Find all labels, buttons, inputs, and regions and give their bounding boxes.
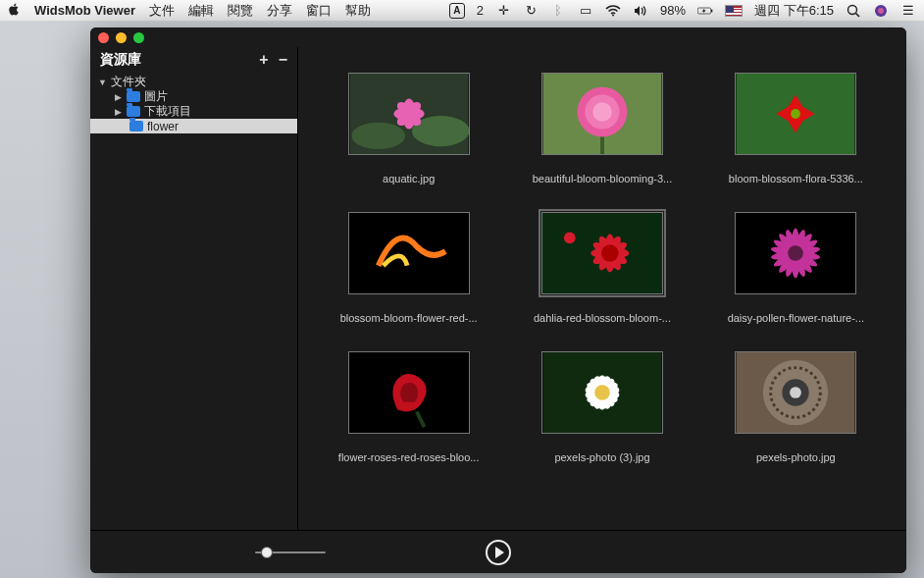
thumbnail[interactable]: [348, 212, 470, 294]
zoom-slider-knob[interactable]: [261, 547, 273, 558]
thumbnail-caption: bloom-blossom-flora-5336...: [729, 173, 863, 184]
window-zoom-button[interactable]: [133, 32, 144, 43]
svg-line-4: [856, 13, 860, 17]
slideshow-play-button[interactable]: [486, 540, 511, 565]
svg-point-0: [612, 14, 614, 16]
svg-point-3: [848, 5, 857, 14]
svg-point-60: [790, 387, 801, 398]
play-icon: [495, 547, 504, 558]
sidebar-title: 資源庫: [100, 51, 141, 69]
svg-point-8: [351, 123, 405, 149]
thumbnail-grid: aquatic.jpg beautiful-bloom-blooming-3..…: [298, 47, 906, 530]
grid-item[interactable]: pexels-photo.jpg: [719, 351, 873, 463]
grid-item[interactable]: beautiful-bloom-blooming-3...: [525, 73, 679, 184]
svg-rect-2: [711, 9, 712, 12]
app-name[interactable]: WidsMob Viewer: [34, 3, 135, 18]
thumbnail-caption: aquatic.jpg: [383, 173, 435, 184]
tree-item-label: 下載項目: [144, 103, 191, 120]
input-source-flag-icon[interactable]: [725, 5, 743, 17]
window-close-button[interactable]: [98, 32, 109, 43]
grid-item[interactable]: pexels-photo (3).jpg: [525, 351, 679, 463]
grid-item[interactable]: blossom-bloom-flower-red-...: [332, 212, 486, 324]
bluetooth-icon[interactable]: ᛒ: [550, 3, 566, 19]
thumbnail-caption: pexels-photo.jpg: [756, 451, 836, 463]
thumbnail-caption: daisy-pollen-flower-nature-...: [728, 312, 864, 324]
window-minimize-button[interactable]: [116, 32, 127, 43]
sidebar-remove-button[interactable]: −: [279, 51, 287, 69]
grid-item[interactable]: daisy-pollen-flower-nature-...: [719, 212, 873, 324]
thumbnail-caption: beautiful-bloom-blooming-3...: [533, 173, 672, 184]
timemachine-icon[interactable]: ↻: [523, 3, 539, 19]
window-titlebar[interactable]: [90, 27, 906, 47]
tree-item-flower[interactable]: flower: [90, 119, 297, 133]
clock[interactable]: 週四 下午6:15: [754, 2, 834, 20]
location-icon[interactable]: ✛: [495, 3, 511, 19]
svg-point-18: [592, 102, 612, 122]
sidebar-add-button[interactable]: +: [259, 51, 268, 69]
tree-item-pictures[interactable]: ▶ 圖片: [90, 89, 297, 104]
folder-icon: [129, 121, 143, 131]
menu-edit[interactable]: 編輯: [188, 2, 214, 20]
tree-item-downloads[interactable]: ▶ 下載項目: [90, 104, 297, 119]
thumbnail-caption: flower-roses-red-roses-bloo...: [338, 451, 480, 463]
battery-icon[interactable]: [697, 3, 713, 19]
svg-point-55: [594, 385, 610, 400]
volume-icon[interactable]: [633, 3, 648, 19]
thumbnail[interactable]: [735, 73, 856, 155]
thumbnail-caption: dahlia-red-blossom-bloom-...: [534, 312, 671, 324]
thumbnail[interactable]: [348, 351, 470, 434]
display-icon[interactable]: ▭: [578, 3, 593, 19]
folder-icon: [127, 106, 140, 117]
folder-icon: [127, 91, 140, 102]
grid-item[interactable]: dahlia-red-blossom-bloom-...: [525, 212, 679, 324]
sidebar-tree: ▼ 文件夾 ▶ 圖片 ▶ 下載項目 flower: [90, 75, 297, 133]
thumbnail[interactable]: [735, 212, 856, 294]
disclosure-triangle-icon[interactable]: ▶: [114, 92, 123, 102]
thumbnail-caption: pexels-photo (3).jpg: [554, 451, 649, 463]
thumbnail[interactable]: [541, 212, 663, 294]
adobe-badge: 2: [477, 3, 484, 18]
macos-menubar: WidsMob Viewer 文件 編輯 閱覽 分享 窗口 幫助 A 2 ✛ ↻…: [0, 0, 924, 22]
svg-point-21: [791, 109, 800, 119]
siri-icon[interactable]: [873, 3, 889, 19]
bottom-toolbar: [90, 530, 906, 573]
grid-item[interactable]: flower-roses-red-roses-bloo...: [332, 351, 486, 463]
thumbnail[interactable]: [541, 73, 663, 155]
svg-point-32: [564, 233, 576, 244]
notification-center-icon[interactable]: ☰: [900, 3, 916, 19]
thumbnail[interactable]: [735, 351, 856, 434]
menu-file[interactable]: 文件: [149, 2, 175, 20]
svg-point-43: [789, 245, 804, 261]
thumbnail[interactable]: [541, 351, 663, 434]
svg-point-31: [601, 244, 619, 262]
app-window: 資源庫 + − ▼ 文件夾 ▶ 圖片 ▶: [90, 27, 906, 573]
menu-view[interactable]: 閱覽: [228, 2, 253, 20]
disclosure-triangle-icon[interactable]: ▶: [114, 107, 123, 117]
grid-item[interactable]: aquatic.jpg: [332, 73, 486, 184]
menu-help[interactable]: 幫助: [345, 2, 371, 20]
thumbnail[interactable]: [348, 73, 470, 155]
menu-share[interactable]: 分享: [267, 2, 292, 20]
apple-menu-icon[interactable]: [8, 3, 21, 19]
spotlight-icon[interactable]: [846, 3, 861, 19]
disclosure-triangle-icon[interactable]: ▼: [98, 78, 107, 87]
thumbnail-caption: blossom-bloom-flower-red-...: [340, 312, 478, 324]
battery-percent: 98%: [660, 3, 686, 18]
svg-point-6: [878, 8, 884, 14]
sidebar: 資源庫 + − ▼ 文件夾 ▶ 圖片 ▶: [90, 47, 298, 530]
svg-rect-22: [349, 213, 468, 293]
grid-item[interactable]: bloom-blossom-flora-5336...: [719, 73, 873, 184]
tree-item-label: flower: [147, 120, 179, 133]
menu-window[interactable]: 窗口: [306, 2, 332, 20]
adobe-cc-icon[interactable]: A: [449, 3, 465, 19]
wifi-icon[interactable]: [605, 3, 621, 19]
tree-root[interactable]: ▼ 文件夾: [90, 75, 297, 89]
zoom-slider[interactable]: [255, 552, 326, 553]
